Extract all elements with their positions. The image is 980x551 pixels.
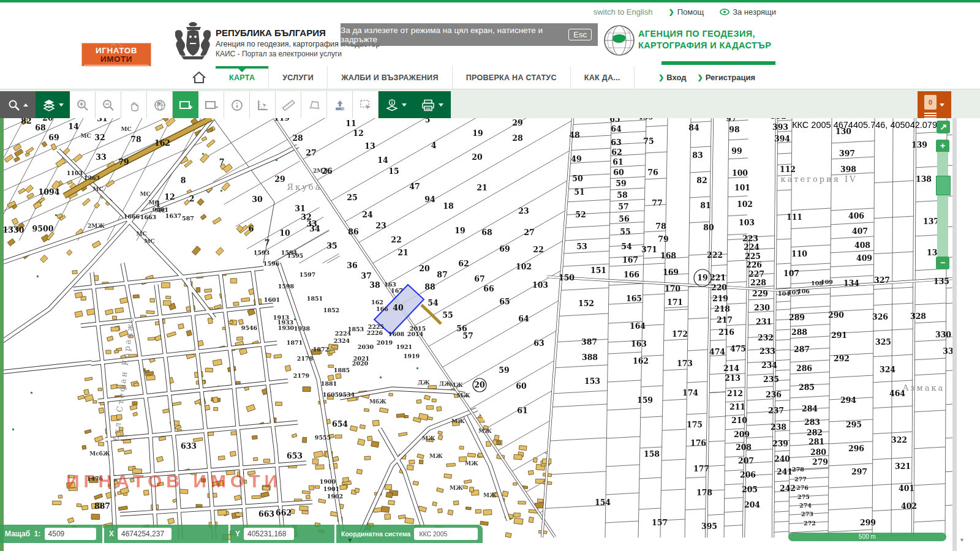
- tab-uslugi[interactable]: УСЛУГИ: [269, 66, 328, 89]
- layers-button[interactable]: [36, 91, 70, 119]
- scale-input[interactable]: [45, 528, 96, 540]
- measure-distance-button[interactable]: [276, 91, 301, 119]
- svg-text:887: 887: [94, 501, 110, 511]
- zoom-slider-handle[interactable]: [936, 176, 951, 195]
- switch-language-link[interactable]: switch to English: [594, 7, 653, 17]
- svg-text:36: 36: [347, 261, 358, 270]
- svg-text:63: 63: [611, 138, 621, 147]
- svg-text:139: 139: [911, 140, 927, 149]
- svg-text:166: 166: [624, 270, 639, 279]
- svg-text:11: 11: [345, 119, 356, 128]
- svg-text:107: 107: [783, 269, 799, 278]
- y-coordinate-input[interactable]: [244, 528, 294, 540]
- svg-text:20: 20: [419, 264, 430, 273]
- svg-text:34: 34: [309, 224, 320, 233]
- svg-text:1595: 1595: [287, 252, 303, 259]
- tab-karta[interactable]: КАРТА: [216, 66, 269, 89]
- svg-text:52: 52: [575, 210, 586, 219]
- zoom-out-button[interactable]: [96, 91, 121, 119]
- svg-text:242: 242: [780, 484, 796, 493]
- svg-text:27: 27: [524, 228, 534, 237]
- measure-area-button[interactable]: [301, 91, 327, 119]
- info-button[interactable]: [224, 91, 250, 119]
- svg-text:154: 154: [595, 498, 611, 507]
- crs-select[interactable]: ККС 2005: [414, 528, 478, 540]
- zoom-in-button[interactable]: [70, 91, 96, 119]
- svg-text:221: 221: [710, 273, 726, 282]
- svg-text:МсбЖ: МсбЖ: [89, 451, 110, 457]
- crs-select-chevron-icon[interactable]: ▼: [347, 536, 353, 544]
- tab-proverka[interactable]: ПРОВЕРКА НА СТАТУС: [453, 66, 571, 89]
- svg-text:МбЖ: МбЖ: [369, 399, 386, 405]
- svg-text:2: 2: [189, 194, 195, 203]
- svg-text:273: 273: [801, 511, 813, 517]
- map-scrollbar[interactable]: [952, 118, 957, 551]
- agency-globe-logo: [603, 24, 636, 57]
- globe-button[interactable]: [147, 91, 173, 119]
- svg-text:2324: 2324: [334, 337, 350, 344]
- pan-button[interactable]: [121, 91, 147, 119]
- svg-text:78: 78: [655, 222, 666, 231]
- map-status-bar: Мащаб 1: X Y Координатна система ККС 200…: [0, 525, 483, 543]
- svg-text:1885: 1885: [334, 367, 350, 373]
- tab-kak-da[interactable]: КАК ДА...: [571, 66, 635, 89]
- svg-text:153: 153: [584, 377, 600, 386]
- print-button[interactable]: [413, 91, 451, 119]
- svg-text:284: 284: [802, 404, 818, 413]
- search-button[interactable]: [0, 91, 36, 119]
- chevron-right-icon: ❯: [668, 8, 674, 16]
- svg-text:653: 653: [287, 451, 303, 460]
- register-link[interactable]: ❯Регистрация: [697, 73, 755, 82]
- upload-button[interactable]: [327, 91, 353, 119]
- svg-text:97: 97: [726, 118, 736, 123]
- svg-text:88: 88: [424, 282, 435, 291]
- globe-icon: [153, 99, 167, 112]
- cursor-coordinates: ККС 2005 4674405.746, 405042.079: [792, 120, 937, 130]
- svg-text:162: 162: [154, 138, 170, 148]
- svg-text:135: 135: [933, 277, 949, 286]
- svg-text:397: 397: [839, 149, 855, 158]
- zoom-slider-track[interactable]: [937, 152, 948, 257]
- select-marquee-button[interactable]: [353, 91, 379, 119]
- svg-text:50: 50: [572, 174, 583, 183]
- home-button[interactable]: [183, 66, 216, 89]
- svg-text:10: 10: [279, 228, 290, 238]
- fullscreen-toggle-button[interactable]: ↗: [937, 121, 950, 133]
- svg-text:59: 59: [616, 179, 626, 188]
- accessibility-link[interactable]: За незрящи: [720, 7, 776, 17]
- svg-text:77: 77: [652, 198, 662, 208]
- scroll-arrow-icon[interactable]: ▾: [960, 536, 963, 543]
- svg-text:1608: 1608: [388, 331, 405, 337]
- login-link[interactable]: ❯Вход: [658, 73, 686, 82]
- cart-count-badge: 0: [924, 95, 937, 110]
- map-zoom-in-button[interactable]: +: [936, 140, 949, 152]
- ruler-corner-icon: [256, 99, 270, 112]
- chevron-right-icon: ❯: [697, 73, 703, 81]
- svg-text:78: 78: [130, 135, 141, 144]
- svg-text:286: 286: [796, 364, 812, 373]
- svg-text:80: 80: [703, 223, 714, 232]
- help-link[interactable]: ❯Помощ: [668, 7, 704, 17]
- svg-text:1919: 1919: [404, 353, 420, 359]
- svg-text:57: 57: [462, 331, 473, 340]
- map-zoom-out-button[interactable]: −: [936, 257, 949, 269]
- zoom-rect-in-button[interactable]: [173, 91, 198, 119]
- rect-plus-icon: [178, 99, 193, 112]
- identify-layers-button[interactable]: [379, 91, 413, 119]
- svg-text:2014: 2014: [407, 331, 424, 337]
- svg-text:82: 82: [21, 118, 31, 126]
- kais-portal-page: switch to English ❯Помощ За незрящи РЕПУ…: [0, 0, 980, 551]
- svg-text:23: 23: [375, 221, 386, 230]
- orders-cart-button[interactable]: 0: [918, 91, 951, 119]
- svg-text:2МЖ: 2МЖ: [313, 168, 330, 174]
- measure-coords-button[interactable]: [250, 91, 276, 119]
- x-coordinate-input[interactable]: [118, 528, 172, 540]
- svg-text:54: 54: [428, 298, 439, 307]
- svg-text:38: 38: [369, 280, 380, 290]
- zoom-rect-out-button[interactable]: [198, 91, 224, 119]
- rect-minus-icon: [204, 99, 219, 112]
- svg-text:МС: МС: [136, 231, 146, 237]
- svg-text:1938: 1938: [294, 325, 311, 332]
- svg-text:1596: 1596: [263, 260, 280, 267]
- tab-zhalbi[interactable]: ЖАЛБИ И ВЪЗРАЖЕНИЯ: [328, 66, 453, 89]
